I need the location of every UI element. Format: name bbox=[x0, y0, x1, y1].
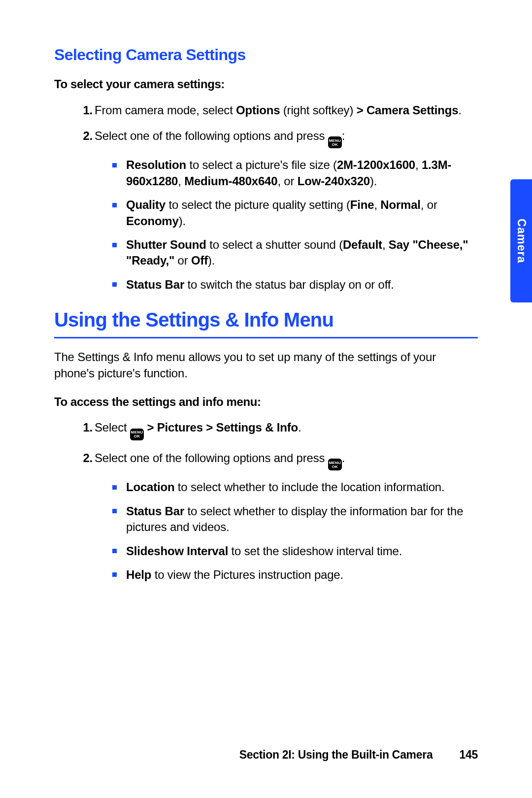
page-footer: Section 2I: Using the Built-in Camera 14… bbox=[0, 747, 532, 763]
key-bottom: OK bbox=[332, 465, 338, 469]
menu-ok-key-icon: MENUOK bbox=[328, 136, 342, 148]
text: , or bbox=[421, 198, 437, 211]
text-bold: > Pictures > Settings & Info bbox=[144, 421, 298, 434]
value: Default bbox=[343, 238, 382, 251]
text: . bbox=[458, 103, 461, 117]
menu-ok-key-icon: MENUOK bbox=[328, 459, 342, 470]
text: to switch the status bar display on or o… bbox=[184, 278, 394, 291]
value: Say "Cheese bbox=[389, 238, 460, 251]
option-name: Shutter Sound bbox=[126, 238, 206, 251]
value: Economy bbox=[126, 214, 179, 228]
step-2: Select one of the following options and … bbox=[80, 450, 478, 583]
option-status-bar: Status Bar to switch the status bar disp… bbox=[112, 277, 478, 293]
text: to view the Pictures instruction page. bbox=[151, 568, 343, 581]
option-quality: Quality to select the picture quality se… bbox=[112, 197, 478, 229]
option-resolution: Resolution to select a picture's file si… bbox=[112, 157, 478, 189]
lead-access-settings-info: To access the settings and info menu: bbox=[54, 394, 478, 410]
text: , bbox=[382, 238, 389, 251]
lead-select-camera-settings: To select your camera settings: bbox=[54, 76, 478, 92]
text: to select the picture quality setting ( bbox=[166, 198, 350, 211]
option-name: Slideshow Interval bbox=[126, 544, 228, 558]
intro-paragraph: The Settings & Info menu allows you to s… bbox=[54, 349, 478, 381]
text: to select whether to include the locatio… bbox=[174, 480, 444, 494]
text: , or bbox=[277, 174, 297, 188]
camera-settings-options: Resolution to select a picture's file si… bbox=[95, 157, 478, 293]
text: or bbox=[174, 254, 191, 267]
option-name: Resolution bbox=[126, 158, 186, 171]
steps-access-settings-info: Select MENUOK > Pictures > Settings & In… bbox=[54, 420, 478, 583]
text-bold: > Camera Settings bbox=[357, 103, 459, 117]
text-bold: Options bbox=[236, 103, 280, 117]
text: ). bbox=[370, 174, 377, 188]
text: to set the slideshow interval time. bbox=[228, 544, 402, 558]
text: : bbox=[342, 129, 345, 142]
value: Medium-480x640 bbox=[184, 174, 277, 188]
option-location: Location to select whether to include th… bbox=[112, 479, 478, 495]
heading-selecting-camera-settings: Selecting Camera Settings bbox=[54, 44, 478, 66]
value: Off bbox=[191, 254, 208, 267]
text: to select a picture's file size ( bbox=[186, 158, 337, 171]
side-tab-label: Camera bbox=[513, 219, 529, 263]
menu-ok-key-icon: MENUOK bbox=[130, 429, 144, 440]
option-name: Help bbox=[126, 568, 151, 581]
text: ). bbox=[208, 254, 215, 267]
side-tab-camera: Camera bbox=[510, 179, 532, 302]
key-bottom: OK bbox=[332, 143, 338, 147]
text: , bbox=[415, 158, 422, 171]
text: (right softkey) bbox=[280, 103, 356, 117]
heading-rule bbox=[54, 337, 478, 338]
text: Select one of the following options and … bbox=[95, 129, 328, 142]
text: . bbox=[298, 421, 301, 434]
option-shutter-sound: Shutter Sound to select a shutter sound … bbox=[112, 237, 478, 269]
value: 2M-1200x1600 bbox=[337, 158, 415, 171]
steps-select-camera-settings: From camera mode, select Options (right … bbox=[54, 102, 478, 293]
text: ," bbox=[166, 254, 174, 267]
option-slideshow-interval: Slideshow Interval to set the slideshow … bbox=[112, 543, 478, 559]
option-name: Status Bar bbox=[126, 278, 184, 291]
heading-using-settings-info-menu: Using the Settings & Info Menu bbox=[54, 306, 478, 333]
text: Select bbox=[95, 421, 130, 434]
value: Fine bbox=[350, 198, 374, 211]
footer-section-label: Section 2I: Using the Built-in Camera bbox=[239, 748, 433, 761]
settings-info-options: Location to select whether to include th… bbox=[95, 479, 478, 583]
text: From camera mode, select bbox=[95, 103, 236, 117]
value: Low-240x320 bbox=[298, 174, 370, 188]
step-1: Select MENUOK > Pictures > Settings & In… bbox=[80, 420, 478, 440]
option-status-bar: Status Bar to select whether to display … bbox=[112, 503, 478, 535]
text: . bbox=[342, 451, 345, 465]
key-bottom: OK bbox=[134, 434, 140, 438]
value: Ready bbox=[132, 254, 166, 267]
text: , bbox=[374, 198, 380, 211]
text: Select one of the following options and … bbox=[95, 451, 328, 465]
option-name: Location bbox=[126, 480, 174, 494]
text: , bbox=[178, 174, 184, 188]
step-2: Select one of the following options and … bbox=[80, 128, 478, 293]
step-1: From camera mode, select Options (right … bbox=[80, 102, 478, 118]
text: ). bbox=[179, 214, 186, 228]
value: Normal bbox=[380, 198, 421, 211]
option-name: Status Bar bbox=[126, 504, 184, 518]
footer-page-number: 145 bbox=[460, 747, 478, 763]
option-name: Quality bbox=[126, 198, 166, 211]
text: to select a shutter sound ( bbox=[206, 238, 343, 251]
manual-page: Camera Selecting Camera Settings To sele… bbox=[0, 0, 532, 798]
option-help: Help to view the Pictures instruction pa… bbox=[112, 567, 478, 583]
